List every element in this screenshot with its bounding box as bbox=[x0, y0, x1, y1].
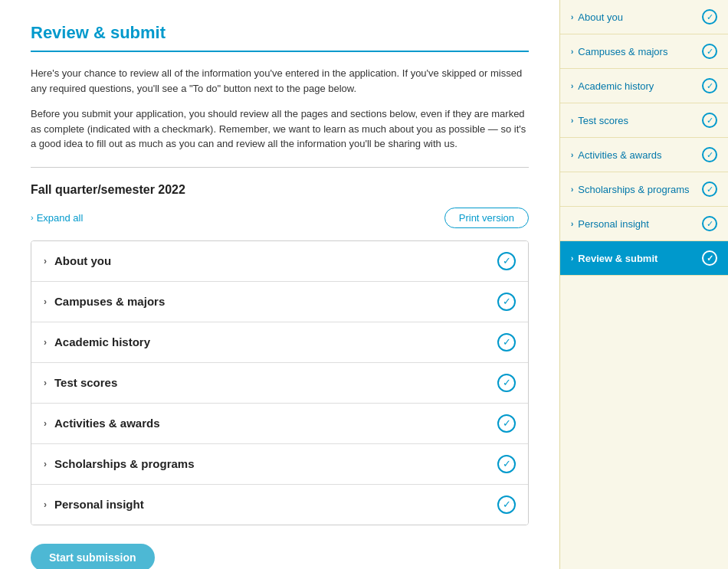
sidebar-item-label: Academic history bbox=[578, 80, 654, 92]
table-row[interactable]: › Scholarships & programs ✓ bbox=[31, 444, 528, 485]
sidebar-check-icon: ✓ bbox=[702, 78, 717, 93]
controls-row: › Expand all Print version bbox=[31, 208, 529, 228]
sidebar-chevron-icon: › bbox=[571, 151, 573, 159]
row-left: › Personal insight bbox=[44, 498, 144, 511]
check-circle-icon: ✓ bbox=[497, 293, 516, 311]
check-circle-icon: ✓ bbox=[497, 414, 516, 433]
row-left: › Scholarships & programs bbox=[44, 457, 195, 470]
row-label: About you bbox=[54, 254, 111, 267]
row-label: Campuses & majors bbox=[54, 295, 165, 308]
check-circle-icon: ✓ bbox=[497, 495, 516, 514]
row-chevron-icon: › bbox=[44, 459, 47, 469]
sidebar-item-label: Review & submit bbox=[578, 253, 657, 264]
sidebar-item-campuses-majors[interactable]: › Campuses & majors ✓ bbox=[560, 34, 728, 69]
row-chevron-icon: › bbox=[44, 337, 47, 348]
sidebar-item-left: › Academic history bbox=[571, 80, 654, 92]
row-label: Test scores bbox=[54, 376, 117, 389]
table-row[interactable]: › Personal insight ✓ bbox=[31, 485, 528, 525]
sidebar-check-icon: ✓ bbox=[702, 147, 717, 162]
sidebar-item-label: About you bbox=[578, 11, 623, 23]
check-circle-icon: ✓ bbox=[497, 455, 516, 473]
sidebar-check-icon: ✓ bbox=[702, 113, 717, 128]
sidebar-check-icon: ✓ bbox=[702, 9, 717, 25]
row-label: Academic history bbox=[54, 335, 150, 348]
row-chevron-icon: › bbox=[44, 499, 47, 510]
expand-chevron-icon: › bbox=[31, 213, 34, 222]
sidebar-check-icon: ✓ bbox=[702, 44, 717, 59]
sidebar-item-academic-history[interactable]: › Academic history ✓ bbox=[560, 69, 728, 103]
table-row[interactable]: › Activities & awards ✓ bbox=[31, 404, 528, 444]
row-label: Activities & awards bbox=[54, 417, 160, 430]
sidebar-item-label: Personal insight bbox=[578, 218, 649, 230]
sidebar-item-activities-awards[interactable]: › Activities & awards ✓ bbox=[560, 138, 728, 172]
sidebar-item-label: Test scores bbox=[578, 115, 628, 126]
row-label: Personal insight bbox=[54, 498, 144, 511]
sidebar-item-label: Campuses & majors bbox=[578, 46, 667, 57]
row-chevron-icon: › bbox=[44, 378, 47, 388]
row-left: › Academic history bbox=[44, 335, 150, 348]
sidebar-chevron-icon: › bbox=[571, 116, 573, 125]
sidebar-chevron-icon: › bbox=[571, 220, 573, 228]
sidebar-item-label: Activities & awards bbox=[578, 149, 661, 161]
sidebar-item-scholarships-programs[interactable]: › Scholarships & programs ✓ bbox=[560, 172, 728, 207]
row-left: › About you bbox=[44, 254, 111, 267]
sidebar-check-icon: ✓ bbox=[702, 216, 717, 231]
sidebar-chevron-icon: › bbox=[571, 185, 573, 194]
table-row[interactable]: › About you ✓ bbox=[31, 241, 528, 282]
row-chevron-icon: › bbox=[44, 296, 47, 307]
sidebar-check-icon: ✓ bbox=[702, 250, 717, 266]
row-left: › Campuses & majors bbox=[44, 295, 165, 308]
row-left: › Activities & awards bbox=[44, 417, 160, 430]
row-left: › Test scores bbox=[44, 376, 117, 389]
sidebar-item-about-you[interactable]: › About you ✓ bbox=[560, 0, 728, 34]
sidebar-chevron-icon: › bbox=[571, 254, 573, 263]
intro-paragraph-1: Here's your chance to review all of the … bbox=[31, 66, 529, 96]
check-circle-icon: ✓ bbox=[497, 333, 516, 352]
intro-paragraph-2: Before you submit your application, you … bbox=[31, 106, 529, 152]
check-circle-icon: ✓ bbox=[497, 374, 516, 392]
sidebar-item-left: › About you bbox=[571, 11, 623, 23]
page-title: Review & submit bbox=[31, 23, 529, 52]
sidebar-item-left: › Test scores bbox=[571, 115, 628, 126]
table-row[interactable]: › Test scores ✓ bbox=[31, 363, 528, 404]
table-row[interactable]: › Campuses & majors ✓ bbox=[31, 282, 528, 322]
sidebar-item-personal-insight[interactable]: › Personal insight ✓ bbox=[560, 207, 728, 241]
sidebar-chevron-icon: › bbox=[571, 47, 573, 56]
review-sections-table: › About you ✓ › Campuses & majors ✓ › Ac… bbox=[31, 240, 529, 525]
sidebar: › About you ✓ › Campuses & majors ✓ › Ac… bbox=[559, 0, 728, 569]
sidebar-item-test-scores[interactable]: › Test scores ✓ bbox=[560, 103, 728, 138]
intro-text: Here's your chance to review all of the … bbox=[31, 66, 529, 152]
expand-all-link[interactable]: › Expand all bbox=[31, 212, 83, 224]
print-version-button[interactable]: Print version bbox=[444, 208, 529, 228]
sidebar-item-review-submit[interactable]: › Review & submit ✓ bbox=[560, 241, 728, 276]
start-submission-button[interactable]: Start submission bbox=[31, 544, 155, 570]
sidebar-item-left: › Activities & awards bbox=[571, 149, 661, 161]
sidebar-check-icon: ✓ bbox=[702, 181, 717, 197]
row-chevron-icon: › bbox=[44, 418, 47, 429]
sidebar-item-left: › Review & submit bbox=[571, 253, 657, 264]
sidebar-chevron-icon: › bbox=[571, 13, 573, 21]
semester-title: Fall quarter/semester 2022 bbox=[31, 183, 529, 197]
main-content: Review & submit Here's your chance to re… bbox=[0, 0, 559, 569]
expand-all-label: Expand all bbox=[37, 212, 84, 224]
row-label: Scholarships & programs bbox=[54, 457, 195, 470]
sidebar-item-left: › Personal insight bbox=[571, 218, 649, 230]
table-row[interactable]: › Academic history ✓ bbox=[31, 322, 528, 363]
divider bbox=[31, 167, 529, 168]
sidebar-item-left: › Campuses & majors bbox=[571, 46, 667, 57]
sidebar-item-left: › Scholarships & programs bbox=[571, 184, 690, 195]
sidebar-item-label: Scholarships & programs bbox=[578, 184, 689, 195]
row-chevron-icon: › bbox=[44, 256, 47, 267]
sidebar-chevron-icon: › bbox=[571, 82, 573, 90]
check-circle-icon: ✓ bbox=[497, 252, 516, 270]
